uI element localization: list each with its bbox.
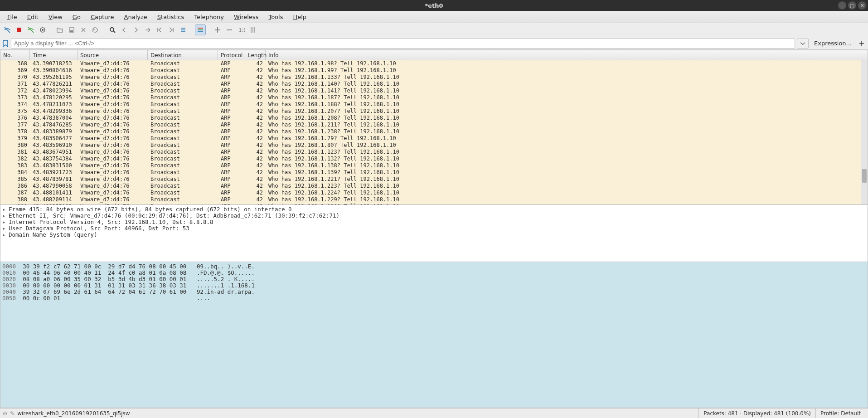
detail-row[interactable]: ▸Frame 415: 84 bytes on wire (672 bits),… xyxy=(2,206,866,212)
packet-details-pane[interactable]: ▸Frame 415: 84 bytes on wire (672 bits),… xyxy=(0,205,868,262)
hex-row[interactable]: 0050 00 0c 00 01 .... xyxy=(2,295,866,301)
start-capture-button[interactable] xyxy=(2,24,13,35)
svg-rect-11 xyxy=(217,27,218,33)
profile-label[interactable]: Profile: Default xyxy=(815,408,865,418)
svg-text:1:1: 1:1 xyxy=(239,28,245,33)
menu-wireless[interactable]: Wireless xyxy=(229,12,263,22)
go-last-button[interactable] xyxy=(166,24,177,35)
packet-row[interactable]: 37343.478120295Vmware_d7:d4:76BroadcastA… xyxy=(0,94,868,101)
toolbar: 1:1 xyxy=(0,23,868,37)
packet-row[interactable]: 38643.487990058Vmware_d7:d4:76BroadcastA… xyxy=(0,183,868,190)
hex-row[interactable]: 0010 00 46 44 96 40 00 40 11 24 4f c0 a8… xyxy=(2,269,866,276)
menu-file[interactable]: File xyxy=(3,12,22,22)
minimize-button[interactable]: – xyxy=(838,1,846,10)
zoom-in-button[interactable] xyxy=(212,24,223,35)
packet-row[interactable]: 37443.478211073Vmware_d7:d4:76BroadcastA… xyxy=(0,101,868,108)
expression-button[interactable]: Expression... xyxy=(810,39,855,49)
menu-view[interactable]: View xyxy=(44,12,67,22)
close-file-button[interactable] xyxy=(78,24,89,35)
auto-scroll-button[interactable] xyxy=(178,24,189,35)
menubar: File Edit View Go Capture Analyze Statis… xyxy=(0,11,868,23)
display-filter-input[interactable] xyxy=(11,39,795,49)
packet-bytes-pane[interactable]: 0000 30 39 f2 c7 62 71 00 0c 29 d7 d4 76… xyxy=(0,262,868,408)
packet-row[interactable]: 38343.483831500Vmware_d7:d4:76BroadcastA… xyxy=(0,162,868,169)
open-file-button[interactable] xyxy=(54,24,65,35)
hex-row[interactable]: 0000 30 39 f2 c7 62 71 00 0c 29 d7 d4 76… xyxy=(2,263,866,269)
hex-row[interactable]: 0030 00 00 00 00 00 00 01 31 01 31 03 31… xyxy=(2,282,866,288)
hex-row[interactable]: 0020 08 08 a0 06 00 35 00 32 b5 3d 4b d3… xyxy=(2,276,866,282)
close-button[interactable]: ✕ xyxy=(858,1,866,10)
menu-tools[interactable]: Tools xyxy=(264,12,287,22)
packet-row[interactable]: 36843.390718253Vmware_d7:d4:76BroadcastA… xyxy=(0,60,868,67)
reload-button[interactable] xyxy=(90,24,101,35)
menu-analyze[interactable]: Analyze xyxy=(120,12,152,22)
detail-row[interactable]: ▸Ethernet II, Src: Vmware_d7:d4:76 (00:0… xyxy=(2,212,866,219)
stop-capture-button[interactable] xyxy=(14,24,24,35)
add-filter-button[interactable]: + xyxy=(857,39,866,48)
menu-edit[interactable]: Edit xyxy=(23,12,43,22)
filter-bookmark-icon[interactable] xyxy=(2,38,9,49)
svg-point-2 xyxy=(42,29,44,31)
packet-row[interactable]: 38843.488209114Vmware_d7:d4:76BroadcastA… xyxy=(0,196,868,203)
zoom-reset-button[interactable]: 1:1 xyxy=(236,24,247,35)
statusbar: ⊘ ✎ wireshark_eth0_20160919201635_qi5jsw… xyxy=(0,408,868,418)
packet-row[interactable]: 38443.483921723Vmware_d7:d4:76BroadcastA… xyxy=(0,169,868,176)
menu-capture[interactable]: Capture xyxy=(86,12,119,22)
colorize-button[interactable] xyxy=(195,24,206,35)
go-to-packet-button[interactable] xyxy=(142,24,153,35)
detail-row[interactable]: ▸Internet Protocol Version 4, Src: 192.1… xyxy=(2,219,866,225)
column-header-no[interactable]: No. xyxy=(0,50,30,60)
packet-row[interactable]: 37043.395261195Vmware_d7:d4:76BroadcastA… xyxy=(0,74,868,81)
column-header-info[interactable]: Info xyxy=(266,50,868,60)
scrollbar-thumb[interactable] xyxy=(862,169,867,183)
svg-rect-8 xyxy=(198,29,203,30)
packet-row[interactable]: 38743.488101411Vmware_d7:d4:76BroadcastA… xyxy=(0,190,868,196)
capture-file-label: wireshark_eth0_20160919201635_qi5jsw xyxy=(17,410,130,417)
column-header-protocol[interactable]: Protocol xyxy=(218,50,245,60)
packet-row[interactable]: 37543.478299336Vmware_d7:d4:76BroadcastA… xyxy=(0,108,868,115)
detail-row[interactable]: ▸Domain Name System (query) xyxy=(2,231,866,238)
column-header-length[interactable]: Length xyxy=(245,50,266,60)
packet-row[interactable]: 38243.483754384Vmware_d7:d4:76BroadcastA… xyxy=(0,156,868,162)
menu-help[interactable]: Help xyxy=(288,12,311,22)
svg-point-5 xyxy=(110,28,114,31)
packet-count-label: Packets: 481 · Displayed: 481 (100.0%) xyxy=(698,408,815,418)
packet-row[interactable]: 37843.483389879Vmware_d7:d4:76BroadcastA… xyxy=(0,128,868,135)
column-header-source[interactable]: Source xyxy=(78,50,148,60)
column-header-time[interactable]: Time xyxy=(30,50,78,60)
find-packet-button[interactable] xyxy=(107,24,118,35)
packet-list-pane[interactable]: No. Time Source Destination Protocol Len… xyxy=(0,50,868,205)
packet-row[interactable]: 36943.390804616Vmware_d7:d4:76BroadcastA… xyxy=(0,67,868,74)
window-title: *eth0 xyxy=(0,2,868,9)
zoom-out-button[interactable] xyxy=(224,24,235,35)
capture-options-button[interactable] xyxy=(37,24,48,35)
go-first-button[interactable] xyxy=(154,24,165,35)
packet-row[interactable]: 37643.478387004Vmware_d7:d4:76BroadcastA… xyxy=(0,115,868,122)
packet-row[interactable]: 37243.478023994Vmware_d7:d4:76BroadcastA… xyxy=(0,87,868,94)
packet-list-scrollbar[interactable] xyxy=(861,60,868,204)
maximize-button[interactable]: ▢ xyxy=(848,1,856,10)
column-header-dest[interactable]: Destination xyxy=(148,50,218,60)
filter-history-dropdown[interactable] xyxy=(797,39,809,49)
packet-row[interactable]: 38543.487839781Vmware_d7:d4:76BroadcastA… xyxy=(0,176,868,183)
packet-list-header: No. Time Source Destination Protocol Len… xyxy=(0,50,868,60)
go-back-button[interactable] xyxy=(119,24,130,35)
go-forward-button[interactable] xyxy=(131,24,141,35)
packet-row[interactable]: 37943.483506477Vmware_d7:d4:76BroadcastA… xyxy=(0,135,868,142)
filter-toolbar: Expression... + xyxy=(0,37,868,50)
save-file-button[interactable] xyxy=(66,24,77,35)
resize-columns-button[interactable] xyxy=(247,24,258,35)
expert-info-icon[interactable]: ✎ xyxy=(10,410,15,417)
packet-row[interactable]: 38943.488355183Vmware_d7:d4:76BroadcastA… xyxy=(0,203,868,204)
stop-icon[interactable]: ⊘ xyxy=(3,410,7,417)
menu-telephony[interactable]: Telephony xyxy=(189,12,228,22)
menu-go[interactable]: Go xyxy=(68,12,85,22)
packet-row[interactable]: 37743.478476285Vmware_d7:d4:76BroadcastA… xyxy=(0,122,868,128)
packet-row[interactable]: 37143.477826211Vmware_d7:d4:76BroadcastA… xyxy=(0,81,868,87)
hex-row[interactable]: 0040 39 32 07 69 6e 2d 61 64 64 72 04 61… xyxy=(2,288,866,295)
packet-row[interactable]: 38143.483674951Vmware_d7:d4:76BroadcastA… xyxy=(0,149,868,156)
detail-row[interactable]: ▸User Datagram Protocol, Src Port: 40966… xyxy=(2,225,866,231)
restart-capture-button[interactable] xyxy=(25,24,36,35)
packet-row[interactable]: 38043.483596910Vmware_d7:d4:76BroadcastA… xyxy=(0,142,868,149)
menu-statistics[interactable]: Statistics xyxy=(153,12,189,22)
